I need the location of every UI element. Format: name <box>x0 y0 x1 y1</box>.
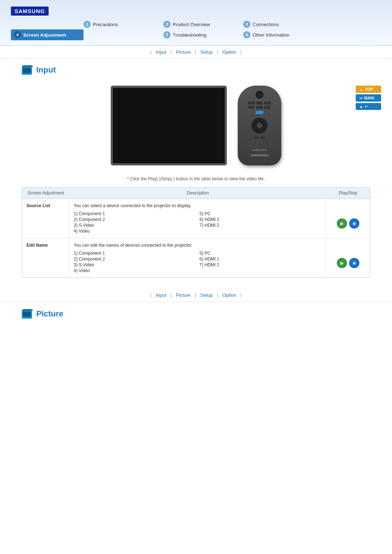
stop-button-edit-name[interactable]: ■ <box>349 258 359 268</box>
nav-item-screen-adjustment[interactable]: 4 Screen Adjustment <box>11 29 83 40</box>
table-row-source-list: Source List You can select a device conn… <box>22 199 370 238</box>
edit-name-desc-text: You can edit the names of devices connec… <box>74 243 322 248</box>
separator-4: | <box>217 49 218 55</box>
sep-b4: | <box>217 292 218 298</box>
remote-control: SAMSUNG <box>238 86 281 165</box>
source-list-item-1: 2) Component 2 <box>74 217 196 222</box>
stop-icon-2: ■ <box>353 261 356 265</box>
nav-item-troubleshooting[interactable]: 5 Troubleshooting <box>163 29 243 40</box>
separator-5: | <box>240 49 241 55</box>
picture-section-icon <box>22 309 33 319</box>
source-list-item-6: 7) HDMI 2 <box>200 223 322 228</box>
col-header-playstop: Play/Stop <box>326 188 370 198</box>
source-list-desc: You can select a device connected to the… <box>69 199 326 238</box>
tv-screen <box>111 86 227 165</box>
play-button-edit-name[interactable]: ▶ <box>337 258 347 268</box>
content-table: Screen Adjustment Description Play/Stop … <box>22 187 370 278</box>
source-list-item-0: 1) Component 1 <box>74 211 196 216</box>
edit-name-item-6: 7) HDMI 2 <box>200 262 322 267</box>
edit-name-item-3: 4) Video <box>74 268 196 273</box>
prev-arrow-icon: ▲ <box>359 104 363 108</box>
nav-label-screen-adjustment: Screen Adjustment <box>23 32 66 38</box>
nav-num-6: 6 <box>243 31 250 38</box>
top-button-label: TOP <box>365 87 373 91</box>
svg-marker-4 <box>22 309 33 311</box>
edit-name-item-2: 3) S-Video <box>74 262 196 267</box>
stop-icon: ■ <box>353 221 356 226</box>
samsung-logo: SAMSUNG <box>11 7 49 16</box>
note-content: * Click the Play( )/Stop( ) button in th… <box>127 176 265 181</box>
rbtn <box>248 144 255 147</box>
nav-links-top: | Input | Picture | Setup | Option | <box>0 46 392 59</box>
top-arrow-icon: ▲ <box>359 87 363 91</box>
col-header-description: Description <box>69 188 326 198</box>
svg-rect-2 <box>23 68 31 73</box>
edit-name-label: Edit Name <box>22 238 69 278</box>
input-section-title: Input <box>36 65 56 75</box>
play-button-source-list[interactable]: ▶ <box>337 218 347 229</box>
side-nav: ▲ TOP ⇒ MAIN ▲ ↩ <box>356 86 381 110</box>
remote-btn <box>248 106 255 109</box>
remote-btn-row-3 <box>254 136 265 139</box>
nav-item-precautions[interactable]: 1 Precautions <box>83 21 163 28</box>
nav-num-2: 2 <box>163 21 171 28</box>
remote-bottom-bar <box>250 154 269 156</box>
link-option-top[interactable]: Option <box>222 49 236 55</box>
nav-num-3: 3 <box>243 21 250 28</box>
source-list-play: ▶ ■ <box>326 199 370 238</box>
source-list-desc-text: You can select a device connected to the… <box>74 203 322 208</box>
header: SAMSUNG 1 Precautions 2 Product Overview… <box>0 0 392 46</box>
remote-btn <box>264 106 271 109</box>
link-picture-bottom[interactable]: Picture <box>176 292 191 298</box>
remote-btn <box>248 102 255 104</box>
edit-name-item-4: 5) PC <box>200 251 322 256</box>
remote-bottom-rows <box>241 140 278 147</box>
remote-special-btn <box>256 111 264 114</box>
remote-3btn-row-2 <box>241 144 278 147</box>
link-picture-top[interactable]: Picture <box>176 49 191 55</box>
separator-1: | <box>150 49 151 55</box>
sep-b1: | <box>150 292 151 298</box>
edit-name-items: 1) Component 1 5) PC 2) Component 2 6) H… <box>74 251 322 273</box>
nav-item-other-information[interactable]: 6 Other Information <box>243 29 316 40</box>
source-list-label: Source List <box>22 199 69 238</box>
rbtn <box>264 144 271 147</box>
rbtn <box>264 140 271 143</box>
rbtn <box>256 144 263 147</box>
prev-button-label: ↩ <box>365 105 368 108</box>
col-header-screen: Screen Adjustment <box>22 188 69 198</box>
svg-marker-1 <box>22 65 33 67</box>
svg-rect-5 <box>23 312 31 317</box>
remote-btn-row-1 <box>248 102 271 104</box>
remote-top-circle <box>256 91 264 99</box>
main-button[interactable]: ⇒ MAIN <box>356 94 381 102</box>
source-list-item-3: 4) Video <box>74 229 196 234</box>
nav-links-bottom: | Input | Picture | Setup | Option | <box>0 289 392 302</box>
nav-label-other-information: Other Information <box>253 32 289 38</box>
nav-item-product-overview[interactable]: 2 Product Overview <box>163 21 243 28</box>
prev-button[interactable]: ▲ ↩ <box>356 103 381 110</box>
link-setup-bottom[interactable]: Setup <box>200 292 213 298</box>
link-option-bottom[interactable]: Option <box>222 292 236 298</box>
nav-label-product-overview: Product Overview <box>173 22 210 27</box>
link-setup-top[interactable]: Setup <box>200 49 213 55</box>
table-row-edit-name: Edit Name You can edit the names of devi… <box>22 238 370 278</box>
remote-btn <box>264 102 271 104</box>
nav-num-4: 4 <box>14 31 21 38</box>
source-list-item-2: 3) S-Video <box>74 223 196 228</box>
media-area: SAMSUNG ▲ TOP ⇒ MAIN ▲ ↩ <box>0 78 392 173</box>
rbtn <box>248 140 255 143</box>
remote-btn <box>256 106 263 109</box>
nav-item-connections[interactable]: 3 Connections <box>243 21 316 28</box>
remote-dpad <box>252 118 268 134</box>
top-button[interactable]: ▲ TOP <box>356 86 381 93</box>
edit-name-item-1: 2) Component 2 <box>74 257 196 262</box>
play-icon: ▶ <box>340 221 343 226</box>
link-input-bottom[interactable]: Input <box>156 292 166 298</box>
source-list-item-5: 6) HDMI 1 <box>200 217 322 222</box>
remote-samsung-logo: SAMSUNG <box>252 149 267 151</box>
link-input-top[interactable]: Input <box>156 49 166 55</box>
stop-button-source-list[interactable]: ■ <box>349 218 359 229</box>
input-section-icon <box>22 65 33 75</box>
edit-name-item-0: 1) Component 1 <box>74 251 196 256</box>
